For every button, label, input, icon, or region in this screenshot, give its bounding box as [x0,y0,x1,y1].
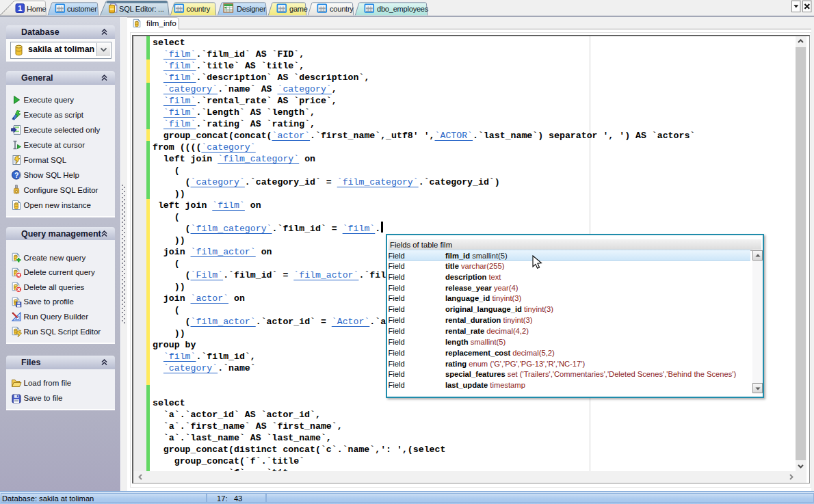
svg-text:?: ? [14,171,18,179]
svg-text:Home: Home [27,5,47,13]
svg-text:SQL Editor: ...: SQL Editor: ... [119,5,164,13]
svg-text:country: country [330,5,354,13]
svg-text:country: country [187,5,211,13]
svg-text:dbo_employees: dbo_employees [377,5,429,13]
svg-text:customer: customer [67,5,97,13]
svg-text:Designer: Designer [237,5,266,13]
svg-text:game: game [289,5,308,13]
svg-text:1: 1 [18,4,22,12]
